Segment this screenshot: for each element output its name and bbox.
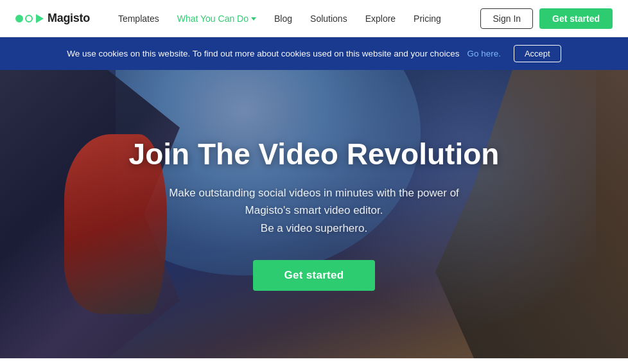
logo-text: Magisto: [48, 12, 90, 25]
nav-item-what-you-can-do-label: What You Can Do: [177, 13, 249, 24]
logo[interactable]: Magisto: [15, 12, 90, 25]
nav-item-templates[interactable]: Templates: [110, 8, 167, 29]
hero-subtitle-line3: Be a video superhero.: [261, 222, 367, 234]
nav-actions: Sign In Get started: [480, 8, 613, 29]
nav-item-blog[interactable]: Blog: [266, 8, 300, 29]
chevron-down-icon: [251, 17, 256, 21]
nav-item-explore[interactable]: Explore: [358, 8, 403, 29]
below-hero: [0, 358, 628, 364]
signin-button[interactable]: Sign In: [480, 8, 533, 29]
cookie-banner: We use cookies on this website. To find …: [0, 37, 628, 70]
logo-icon: [15, 14, 44, 23]
logo-dot-filled: [15, 15, 23, 22]
hero-content: Join The Video Revolution Make outstandi…: [116, 125, 512, 303]
nav-links: Templates What You Can Do Blog Solutions…: [110, 8, 481, 29]
logo-dot-outline: [25, 15, 33, 22]
hero-title: Join The Video Revolution: [129, 137, 500, 171]
cookie-link[interactable]: Go here.: [467, 49, 501, 58]
hero-subtitle: Make outstanding social videos in minute…: [129, 184, 500, 237]
nav-item-pricing[interactable]: Pricing: [406, 8, 449, 29]
navbar: Magisto Templates What You Can Do Blog S…: [0, 0, 628, 37]
hero-subtitle-line2: Magisto's smart video editor.: [245, 204, 383, 216]
accept-cookie-button[interactable]: Accept: [514, 45, 561, 62]
hero-subtitle-line1: Make outstanding social videos in minute…: [169, 187, 459, 199]
hero-section: Join The Video Revolution Make outstandi…: [0, 70, 628, 358]
get-started-nav-button[interactable]: Get started: [539, 8, 613, 29]
nav-item-solutions[interactable]: Solutions: [302, 8, 355, 29]
hero-cta-button[interactable]: Get started: [253, 260, 374, 291]
nav-item-what-you-can-do[interactable]: What You Can Do: [170, 8, 264, 29]
logo-play-icon: [36, 14, 44, 23]
cookie-text: We use cookies on this website. To find …: [67, 49, 459, 58]
